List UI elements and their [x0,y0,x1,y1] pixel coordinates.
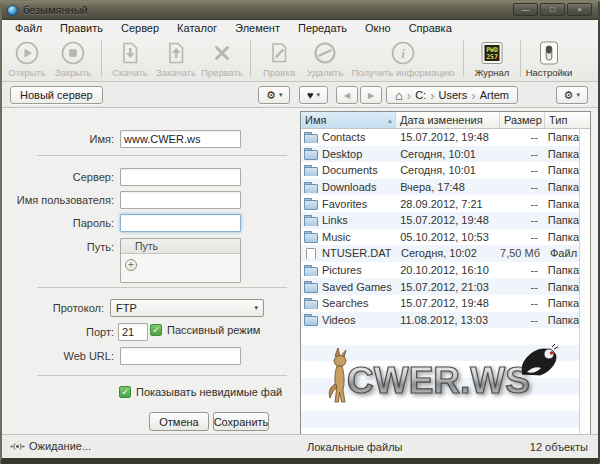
window-title: безымянный [23,4,88,16]
show-invisible-checkbox[interactable]: ✓ [119,386,131,398]
add-path-button[interactable]: + [125,259,137,271]
toolbar-separator [520,40,521,77]
chevron-right-icon: › [407,88,411,103]
table-row[interactable]: Favorites 28.09.2012, 7:21 -- Папка [301,195,579,212]
favorites-menu-button[interactable]: ♥▾ [299,86,328,104]
file-name: Contacts [322,131,365,143]
menu-item[interactable]: Окно [356,20,400,36]
username-input[interactable] [120,191,241,209]
title-bar[interactable]: безымянный —□× [2,1,598,20]
table-row[interactable]: Desktop Сегодня, 10:01 -- Папка [301,146,579,163]
port-input[interactable] [118,323,148,341]
close-button[interactable]: Закрыть [50,39,96,78]
file-date: 20.10.2012, 16:10 [395,264,498,276]
file-name: Links [322,214,348,226]
save-button[interactable]: Сохранить [213,412,269,431]
passive-mode-checkbox[interactable]: ✓ [150,324,162,336]
menu-item[interactable]: Передать [289,20,356,36]
weburl-input[interactable] [120,347,241,365]
table-row[interactable]: Contacts 15.07.2012, 19:48 -- Папка [301,129,579,146]
edit-icon [266,40,292,66]
file-type-icon [304,148,318,159]
forward-button[interactable]: ▶ [360,86,382,104]
path-list-header: Путь [121,239,240,254]
cancel-button[interactable]: Отмена [149,412,209,431]
get-info-button[interactable]: i Получить информацию [348,39,458,78]
delete-button[interactable]: Удалить [302,39,348,78]
window-control-button[interactable]: □ [540,3,565,16]
table-row[interactable]: Links 15.07.2012, 19:48 -- Папка [301,212,579,229]
menu-item[interactable]: Файл [6,20,51,36]
file-size: -- [498,164,543,176]
column-header-size[interactable]: Размер [500,112,545,128]
scrollbar-track[interactable] [579,129,590,434]
right-gear-menu-button[interactable]: ⚙▾ [556,86,588,104]
path-label: Путь: [2,241,114,253]
toolbar-separator [101,40,102,77]
menu-item[interactable]: Справка [400,20,461,36]
breadcrumb-segment[interactable]: Artem [480,89,509,101]
settings-button[interactable]: Настройки [526,39,572,78]
status-bar: Ожидание... Локальные файлы 12 объекты [2,434,598,458]
breadcrumb-segment[interactable]: C: [415,89,426,101]
password-input[interactable] [120,214,241,232]
server-input[interactable] [120,168,241,186]
table-row[interactable]: Videos 11.08.2012, 13:03 -- Папка [301,312,579,329]
upload-icon [163,40,189,66]
name-input[interactable] [120,130,241,148]
file-size: -- [498,181,543,193]
file-size: 7,50 Мб [500,247,545,259]
file-type-icon [304,248,318,259]
abort-button[interactable]: Прервать [199,39,245,78]
divider [37,287,287,288]
svg-text:i: i [401,46,405,61]
file-name: Searches [322,297,368,309]
column-header-date[interactable]: Дата изменения [396,112,500,128]
table-row[interactable]: Documents Сегодня, 10:01 -- Папка [301,162,579,179]
table-row[interactable]: Music 05.10.2012, 10:53 -- Папка [301,229,579,246]
file-size: -- [498,314,543,326]
window-control-button[interactable]: × [567,3,592,16]
file-type: Папка [543,297,579,309]
menu-item[interactable]: Каталог [168,20,226,36]
file-date: Сегодня, 10:01 [395,148,498,160]
new-server-button[interactable]: Новый сервер [10,86,103,104]
open-button[interactable]: Открыть [4,39,50,78]
table-row[interactable]: Downloads Вчера, 17:48 -- Папка [301,179,579,196]
menu-item[interactable]: Сервер [112,20,168,36]
window-control-button[interactable]: — [513,3,538,16]
protocol-value: FTP [116,302,137,314]
menu-item[interactable]: Править [51,20,112,36]
stop-circle-icon [60,40,86,66]
table-row[interactable]: Searches 15.07.2012, 19:48 -- Папка [301,295,579,312]
home-icon[interactable]: ⌂ [395,89,403,102]
menu-item[interactable]: Элемент [226,20,289,36]
server-label: Сервер: [2,171,114,183]
file-date: 15.07.2012, 21:03 [395,281,498,293]
file-size: -- [498,131,543,143]
file-date: 28.09.2012, 7:21 [395,198,498,210]
edit-button[interactable]: Правка [256,39,302,78]
protocol-select[interactable]: FTP ▾ [110,299,264,317]
left-gear-menu-button[interactable]: ⚙▾ [258,86,290,104]
journal-button[interactable]: PWD257 Журнал [469,39,515,78]
table-row[interactable]: NTUSER.DAT Сегодня, 10:02 7,50 Мб Файл [301,245,579,262]
table-row[interactable]: Pictures 20.10.2012, 16:10 -- Папка [301,262,579,279]
protocol-label: Протокол: [0,302,104,314]
file-type-icon [304,215,318,226]
app-icon [7,5,18,16]
table-row[interactable]: Saved Games 15.07.2012, 21:03 -- Папка [301,278,579,295]
path-list[interactable]: Путь + [120,238,241,283]
breadcrumb-segment[interactable]: Users [439,89,468,101]
file-date: 15.07.2012, 19:48 [395,131,498,143]
password-label: Пароль: [2,217,114,229]
download-button[interactable]: Скачать [107,39,153,78]
file-type-icon [304,281,318,292]
back-button[interactable]: ◀ [336,86,358,104]
file-date: Сегодня, 10:01 [395,164,498,176]
file-type: Папка [543,231,579,243]
upload-button[interactable]: Закачать [153,39,199,78]
divider [37,375,287,376]
column-header-type[interactable]: Тип [545,112,590,128]
column-header-name[interactable]: Имя ▴ [301,112,396,128]
